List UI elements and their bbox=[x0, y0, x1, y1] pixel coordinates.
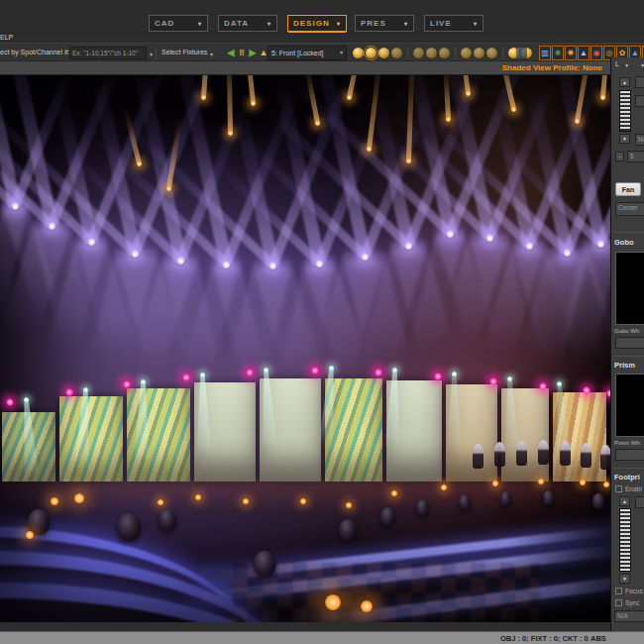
display-icon[interactable]: ▥ bbox=[539, 46, 551, 60]
light-wash bbox=[45, 238, 105, 366]
view-selector-dropdown[interactable]: 5: Front [Locked] ▾ bbox=[268, 46, 347, 60]
3d-viewport[interactable] bbox=[0, 75, 610, 622]
footprint-na-field[interactable]: N/A bbox=[614, 610, 644, 622]
view-tool-icon-0-3[interactable] bbox=[391, 48, 402, 58]
amber-beam bbox=[302, 75, 320, 123]
view-tool-icon-0-0[interactable] bbox=[353, 48, 364, 58]
channel-input[interactable]: Ex: "1-10,15"/"ch 1-10" bbox=[69, 47, 147, 59]
backdrop-panel bbox=[194, 382, 256, 482]
gobo-wheel-dropdown[interactable] bbox=[615, 337, 644, 349]
view-tool-icon-0-1[interactable] bbox=[366, 48, 376, 58]
menu-tab-label: CAD bbox=[155, 19, 174, 28]
fader-up-button[interactable]: ▲ bbox=[619, 77, 630, 87]
light-wash bbox=[471, 234, 534, 363]
footprint-fader-down-button[interactable]: ▼ bbox=[619, 574, 630, 584]
help-menu-partial[interactable]: ELP bbox=[0, 34, 13, 41]
prism-section-title: Prism bbox=[614, 361, 635, 370]
view-selector-value: 5: Front [Locked] bbox=[271, 47, 324, 59]
prism-wheel-dropdown[interactable] bbox=[615, 449, 644, 461]
moving-head-fixture bbox=[459, 494, 471, 510]
chevron-down-icon: ▾ bbox=[198, 20, 202, 27]
prev-error-icon[interactable]: ◀ bbox=[226, 47, 236, 59]
sync-label: Sync bbox=[625, 599, 639, 606]
pink-fixture-glow bbox=[6, 398, 14, 406]
beam-cone-icon[interactable]: ▲ bbox=[578, 46, 590, 60]
spin-minus-button[interactable]: - bbox=[615, 152, 624, 161]
gobo-preview[interactable] bbox=[615, 252, 644, 325]
haze-icon[interactable]: ❄ bbox=[552, 46, 564, 60]
chevron-down-icon[interactable]: ▾ bbox=[150, 51, 153, 57]
next-error-icon[interactable]: ▶ bbox=[248, 47, 258, 59]
light-wash bbox=[179, 261, 239, 387]
menu-tab-cad[interactable]: CAD ▾ bbox=[149, 15, 208, 32]
na-field[interactable]: N/A bbox=[635, 134, 644, 146]
rgb-icon[interactable]: ◉ bbox=[590, 46, 602, 60]
prism-preview[interactable] bbox=[615, 374, 644, 437]
view-tool-icon-2-0[interactable] bbox=[461, 48, 472, 58]
light-beam bbox=[551, 75, 606, 245]
focus-checkbox[interactable] bbox=[615, 588, 622, 594]
light-beam bbox=[129, 75, 186, 262]
view-tool-icon-2-1[interactable] bbox=[474, 48, 484, 58]
clipped-field[interactable] bbox=[635, 95, 644, 107]
menu-tab-data[interactable]: DATA ▾ bbox=[218, 15, 277, 32]
focus-label: Focus bbox=[625, 588, 643, 594]
floor-light-glow bbox=[26, 531, 34, 539]
menu-tab-live[interactable]: LIVE ▾ bbox=[424, 15, 483, 32]
led-strip-arc bbox=[0, 526, 258, 622]
viewport-header-bar: Shaded View Profile: None bbox=[0, 61, 610, 75]
clipped-field[interactable] bbox=[635, 76, 644, 88]
amber-beam bbox=[347, 75, 370, 98]
clipped-field[interactable] bbox=[635, 496, 644, 508]
view-tool-icon-1-2[interactable] bbox=[439, 48, 450, 58]
amber-fixture-glow bbox=[315, 121, 320, 126]
errors-icon[interactable]: ‼ bbox=[237, 47, 247, 59]
view-tool-icon-1-0[interactable] bbox=[413, 48, 424, 58]
amber-beam bbox=[455, 75, 471, 93]
light-beam bbox=[402, 93, 571, 256]
shaded-view-profile-label[interactable]: Shaded View Profile: None bbox=[502, 63, 602, 72]
light-wash bbox=[345, 252, 413, 381]
moving-head-fixture bbox=[543, 490, 554, 505]
light-beam bbox=[268, 75, 362, 268]
sun-icon[interactable]: ✺ bbox=[565, 46, 577, 60]
menu-tab-design[interactable]: DESIGN ▾ bbox=[287, 15, 347, 32]
light-beam bbox=[0, 75, 57, 227]
light-beam bbox=[0, 75, 21, 207]
footprint-fader-up-button[interactable]: ▲ bbox=[619, 496, 630, 506]
fader-down-button[interactable]: ▼ bbox=[619, 134, 630, 144]
light-beam bbox=[437, 75, 495, 239]
pink-fixture-glow bbox=[182, 374, 190, 381]
light-beam bbox=[491, 98, 535, 247]
cyan-fixture-glow bbox=[392, 368, 397, 373]
chevron-down-icon: ▾ bbox=[404, 20, 408, 27]
light-wash bbox=[513, 242, 574, 370]
light-wash bbox=[516, 248, 588, 378]
view-tool-icon-2-2[interactable] bbox=[486, 48, 497, 58]
intensity-fader[interactable] bbox=[619, 90, 631, 132]
light-beam bbox=[221, 78, 305, 267]
warning-icon[interactable]: ▲ bbox=[259, 47, 268, 59]
light-beam bbox=[275, 75, 453, 237]
center-dropdown[interactable]: Center bbox=[615, 202, 644, 216]
chevron-down-icon[interactable]: ▾ bbox=[625, 61, 628, 68]
fixture-glow bbox=[11, 202, 20, 211]
snapshot-icon[interactable] bbox=[516, 48, 527, 58]
view-tool-icon-1-1[interactable] bbox=[426, 48, 437, 58]
fan-button[interactable]: Fan bbox=[615, 182, 641, 196]
chevron-down-icon[interactable]: ▾ bbox=[210, 51, 213, 57]
enable-checkbox[interactable] bbox=[615, 485, 622, 492]
mode-indicator: ABS bbox=[590, 634, 606, 643]
menu-tab-pres[interactable]: PRES ▾ bbox=[355, 15, 414, 32]
enable-label: Enabl bbox=[625, 485, 642, 492]
view-tool-icon-0-2[interactable] bbox=[378, 48, 389, 58]
amber-beam bbox=[123, 105, 142, 163]
sync-checkbox[interactable] bbox=[615, 599, 622, 606]
spin-value-field[interactable]: 5 bbox=[627, 151, 644, 162]
fixture-glow bbox=[485, 234, 494, 243]
select-fixtures-dropdown[interactable]: Select Fixtures bbox=[161, 49, 207, 55]
footprint-fader[interactable] bbox=[619, 508, 631, 572]
performer-silhouette bbox=[600, 445, 610, 470]
amber-fixture-glow bbox=[201, 95, 206, 100]
light-wash bbox=[304, 259, 372, 385]
